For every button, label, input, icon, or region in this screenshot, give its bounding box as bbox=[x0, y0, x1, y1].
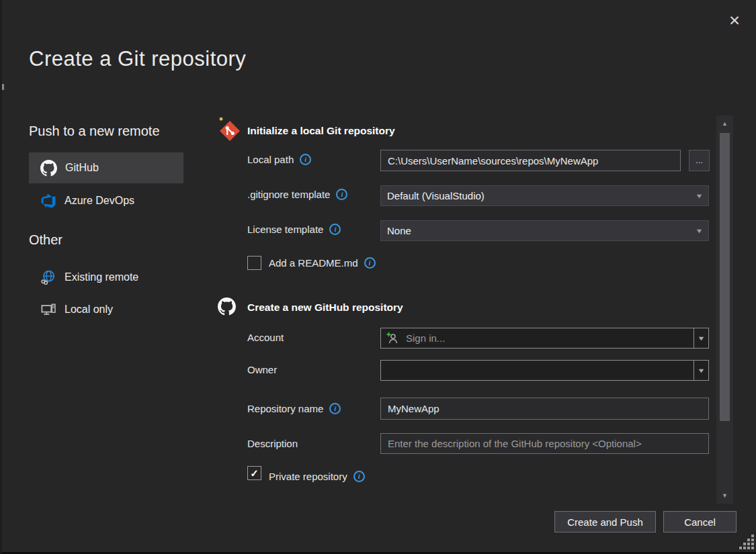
info-icon[interactable]: i bbox=[364, 257, 376, 269]
repository-name-label: Repository name i bbox=[247, 403, 341, 414]
sign-in-person-icon bbox=[386, 332, 400, 345]
owner-label: Owner bbox=[247, 364, 277, 375]
info-icon[interactable]: i bbox=[329, 224, 341, 235]
sidebar-item-label: Azure DevOps bbox=[65, 195, 134, 207]
scroll-down-icon[interactable]: ▼ bbox=[716, 490, 733, 501]
repository-name-input[interactable] bbox=[380, 398, 709, 420]
scrollbar[interactable]: ▲ ▼ bbox=[716, 116, 733, 504]
description-label: Description bbox=[247, 438, 298, 449]
sidebar-item-label: GitHub bbox=[65, 162, 99, 174]
sidebar-item-azure-devops[interactable]: Azure DevOps bbox=[29, 187, 183, 214]
info-icon[interactable]: i bbox=[329, 403, 341, 414]
check-icon: ✓ bbox=[250, 467, 259, 479]
chevron-down-icon: ▼ bbox=[697, 335, 705, 342]
account-label: Account bbox=[247, 332, 284, 343]
azure-devops-icon bbox=[40, 193, 56, 209]
chevron-down-icon: ▼ bbox=[695, 193, 703, 199]
create-git-repository-dialog: Create a Git repository ✕ Push to a new … bbox=[0, 0, 756, 554]
dropdown-value: Default (VisualStudio) bbox=[387, 190, 485, 201]
page-title: Create a Git repository bbox=[29, 47, 246, 71]
owner-dropdown-button[interactable]: ▼ bbox=[694, 361, 708, 380]
chevron-down-icon: ▼ bbox=[695, 228, 703, 234]
resize-grip[interactable] bbox=[739, 535, 755, 551]
account-combobox[interactable]: Sign in... ▼ bbox=[380, 328, 709, 349]
local-computer-icon bbox=[40, 302, 56, 318]
readme-label: Add a README.md i bbox=[269, 257, 376, 269]
license-template-dropdown[interactable]: None ▼ bbox=[380, 220, 709, 241]
info-icon[interactable]: i bbox=[336, 189, 347, 200]
sidebar-heading-other: Other bbox=[29, 232, 62, 248]
gitignore-template-dropdown[interactable]: Default (VisualStudio) ▼ bbox=[380, 185, 709, 206]
sidebar-item-label: Existing remote bbox=[65, 271, 138, 283]
private-repository-label: Private repository i bbox=[269, 471, 365, 482]
sidebar-heading-push: Push to a new remote bbox=[29, 124, 160, 139]
scrollbar-thumb[interactable] bbox=[720, 133, 730, 421]
local-path-input[interactable] bbox=[380, 150, 681, 171]
dropdown-value: None bbox=[387, 225, 411, 236]
owner-combo-body bbox=[381, 361, 694, 380]
readme-checkbox[interactable] bbox=[247, 256, 261, 270]
github-icon bbox=[218, 297, 236, 316]
account-value: Sign in... bbox=[406, 332, 445, 344]
private-repository-checkbox[interactable]: ✓ bbox=[247, 466, 261, 480]
window-edge-tick bbox=[2, 84, 4, 90]
section-heading-github: Create a new GitHub repository bbox=[247, 302, 403, 314]
scroll-up-icon[interactable]: ▲ bbox=[716, 118, 733, 129]
git-new-icon bbox=[217, 117, 241, 142]
globe-remote-icon bbox=[40, 269, 56, 285]
description-input[interactable] bbox=[380, 433, 709, 454]
section-heading-initialize: Initialize a local Git repository bbox=[247, 125, 395, 137]
sidebar-item-label: Local only bbox=[65, 304, 113, 316]
owner-combobox[interactable]: ▼ bbox=[380, 360, 709, 381]
info-icon[interactable]: i bbox=[353, 471, 365, 482]
license-label: License template i bbox=[247, 224, 341, 235]
info-icon[interactable]: i bbox=[300, 154, 311, 165]
github-icon bbox=[40, 160, 57, 177]
browse-button[interactable]: ... bbox=[689, 150, 710, 171]
create-and-push-button[interactable]: Create and Push bbox=[554, 511, 656, 533]
gitignore-label: .gitignore template i bbox=[247, 189, 347, 200]
sidebar-item-existing-remote[interactable]: Existing remote bbox=[29, 265, 183, 290]
account-combo-body: Sign in... bbox=[381, 328, 694, 348]
sidebar-item-local-only[interactable]: Local only bbox=[29, 297, 183, 322]
close-icon[interactable]: ✕ bbox=[721, 9, 748, 32]
sidebar-item-github[interactable]: GitHub bbox=[29, 152, 183, 183]
cancel-button[interactable]: Cancel bbox=[663, 511, 737, 533]
chevron-down-icon: ▼ bbox=[697, 367, 705, 374]
local-path-label: Local path i bbox=[247, 154, 311, 165]
account-dropdown-button[interactable]: ▼ bbox=[694, 328, 708, 348]
